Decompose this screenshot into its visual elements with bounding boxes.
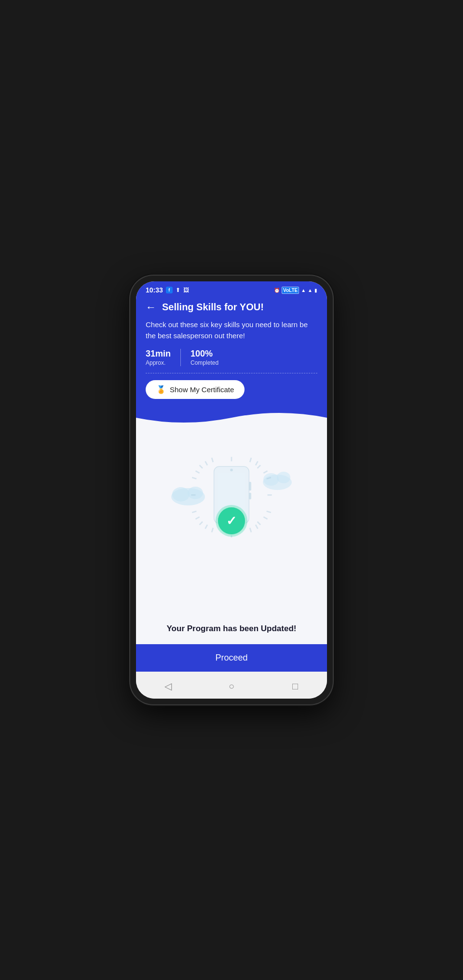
svg-line-26 — [205, 462, 207, 465]
divider — [146, 373, 317, 373]
duration-label: Approx. — [146, 359, 171, 366]
svg-line-17 — [250, 528, 251, 532]
check-icon: ✓ — [226, 515, 237, 527]
main-content: ✓ Your Program has been Updated! Proceed — [136, 427, 327, 672]
status-left: 10:33 f ⬆ 🖼 — [146, 286, 189, 294]
svg-point-33 — [230, 469, 232, 471]
update-message: Your Program has been Updated! — [152, 615, 311, 645]
certificate-button-label: Show My Certificate — [170, 385, 234, 394]
svg-line-27 — [256, 462, 258, 465]
svg-line-16 — [212, 528, 213, 532]
header: ← Selling Skills for YOU! Check out thes… — [136, 297, 327, 409]
proceed-button[interactable]: Proceed — [136, 644, 327, 672]
status-bar: 10:33 f ⬆ 🖼 ⏰ VoLTE ▲ ▲ ▮ — [136, 281, 327, 297]
svg-line-10 — [200, 465, 203, 468]
svg-line-13 — [258, 522, 260, 525]
svg-line-25 — [263, 517, 267, 519]
completion-stat: 100% Completed — [180, 349, 228, 366]
completion-label: Completed — [191, 359, 218, 366]
volte-badge: VoLTE — [282, 287, 299, 294]
svg-line-28 — [205, 525, 207, 529]
nav-back-icon[interactable]: ◁ — [159, 677, 177, 695]
image-icon: 🖼 — [183, 287, 189, 293]
status-right-icons: ⏰ VoLTE ▲ ▲ ▮ — [274, 287, 317, 294]
header-description: Check out these six key skills you need … — [146, 319, 317, 341]
svg-line-21 — [267, 511, 271, 513]
wave-decoration — [136, 408, 327, 427]
svg-line-18 — [192, 477, 196, 479]
status-time: 10:33 — [146, 286, 163, 294]
gear-illustration — [183, 453, 280, 550]
phone-frame: 10:33 f ⬆ 🖼 ⏰ VoLTE ▲ ▲ ▮ ← Selling Skil… — [130, 276, 333, 704]
page-title: Selling Skills for YOU! — [162, 302, 264, 313]
illustration: ✓ — [169, 453, 294, 588]
svg-line-23 — [195, 517, 199, 519]
nav-bar: ◁ ○ □ — [136, 672, 327, 699]
svg-line-12 — [200, 522, 203, 525]
alarm-icon: ⏰ — [274, 288, 280, 293]
svg-rect-35 — [249, 493, 251, 500]
svg-line-24 — [263, 471, 267, 474]
header-stats: 31min Approx. 100% Completed — [146, 349, 317, 366]
wifi-icon: ▲ — [301, 288, 306, 293]
svg-line-14 — [212, 458, 213, 462]
facebook-icon: f — [166, 287, 173, 293]
back-button[interactable]: ← — [146, 302, 156, 313]
signal-icon: ▲ — [308, 288, 313, 293]
duration-stat: 31min Approx. — [146, 349, 180, 366]
duration-value: 31min — [146, 349, 171, 359]
phone-screen: 10:33 f ⬆ 🖼 ⏰ VoLTE ▲ ▲ ▮ ← Selling Skil… — [136, 281, 327, 699]
header-top: ← Selling Skills for YOU! — [146, 302, 317, 313]
completion-value: 100% — [191, 349, 218, 359]
svg-line-15 — [250, 458, 251, 462]
show-certificate-button[interactable]: 🏅 Show My Certificate — [146, 380, 245, 399]
svg-line-11 — [258, 465, 260, 468]
illustration-area: ✓ — [136, 427, 327, 615]
nav-recents-icon[interactable]: □ — [286, 677, 304, 695]
certificate-icon: 🏅 — [156, 385, 166, 394]
svg-rect-34 — [249, 482, 251, 490]
battery-icon: ▮ — [314, 288, 317, 293]
svg-line-22 — [195, 471, 199, 474]
svg-line-29 — [256, 525, 258, 529]
svg-line-20 — [267, 477, 271, 479]
svg-line-19 — [192, 511, 196, 513]
upload-icon: ⬆ — [176, 287, 180, 293]
check-circle: ✓ — [217, 506, 246, 535]
nav-home-icon[interactable]: ○ — [223, 677, 240, 695]
